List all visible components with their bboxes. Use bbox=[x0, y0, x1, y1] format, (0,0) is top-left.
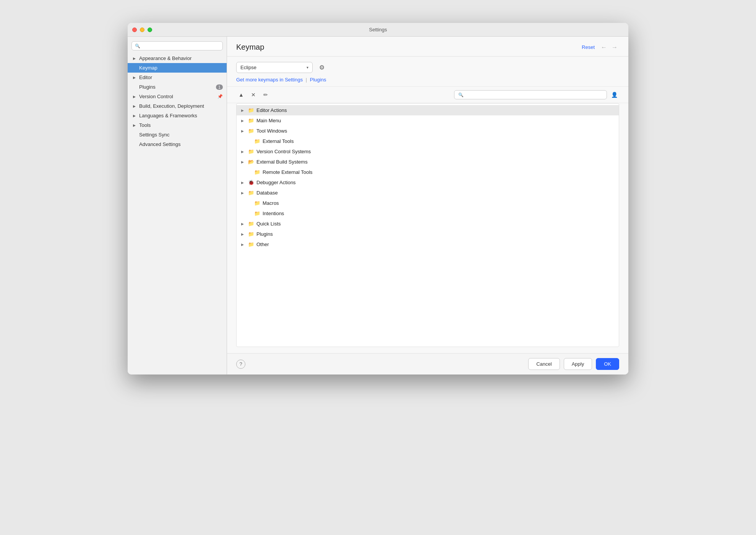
tree-row-editor-actions[interactable]: ▶ 📁 Editor Actions bbox=[237, 105, 619, 115]
footer: ? Cancel Apply OK bbox=[227, 353, 628, 374]
sidebar-search-box[interactable]: 🔍 bbox=[131, 41, 223, 50]
tree-row-other[interactable]: ▶ 📁 Other bbox=[237, 239, 619, 250]
window-title: Settings bbox=[369, 27, 387, 32]
tree-row-debugger-actions[interactable]: ▶ 🐞 Debugger Actions bbox=[237, 177, 619, 188]
sidebar-search-icon: 🔍 bbox=[135, 44, 140, 49]
chevron-icon: ▶ bbox=[241, 243, 247, 246]
chevron-icon: ▶ bbox=[133, 76, 138, 79]
tree-item-label: External Tools bbox=[263, 138, 614, 144]
tree-row-version-control-systems[interactable]: ▶ 📁 Version Control Systems bbox=[237, 146, 619, 157]
folder-special-icon: 📂 bbox=[248, 159, 255, 165]
tree-row-main-menu[interactable]: ▶ 📁 Main Menu bbox=[237, 115, 619, 126]
keymap-selected-value: Eclipse bbox=[240, 65, 304, 70]
sidebar-item-settings-sync[interactable]: ▶ Settings Sync bbox=[128, 130, 227, 139]
folder-icon: 📁 bbox=[254, 211, 261, 216]
sidebar-item-version-control[interactable]: ▶ Version Control 📌 bbox=[128, 92, 227, 101]
sidebar-item-editor[interactable]: ▶ Editor bbox=[128, 73, 227, 82]
chevron-icon: ▶ bbox=[241, 109, 247, 112]
tree-item-label: Intentions bbox=[263, 211, 614, 216]
tree-row-macros[interactable]: ▶ 📁 Macros bbox=[237, 198, 619, 208]
dropdown-arrow-icon: ▾ bbox=[307, 65, 308, 70]
sidebar-item-label: Editor bbox=[139, 75, 223, 80]
tree-row-external-tools[interactable]: ▶ 📁 External Tools bbox=[237, 136, 619, 146]
chevron-icon: ▶ bbox=[133, 95, 138, 99]
tree-item-label: Macros bbox=[263, 200, 614, 206]
sidebar-item-label: Version Control bbox=[139, 94, 214, 99]
sidebar-item-plugins[interactable]: ▶ Plugins 1 bbox=[128, 82, 227, 92]
tree-item-label: Database bbox=[256, 190, 614, 196]
tree-item-label: Remote External Tools bbox=[263, 169, 614, 175]
folder-icon: 📁 bbox=[254, 200, 261, 206]
expand-all-button[interactable]: ▲ bbox=[236, 90, 246, 100]
chevron-icon: ▶ bbox=[241, 119, 247, 123]
keymap-dropdown[interactable]: Eclipse ▾ bbox=[236, 62, 313, 73]
tree-row-remote-external-tools[interactable]: ▶ 📁 Remote External Tools bbox=[237, 167, 619, 177]
folder-icon: 📁 bbox=[248, 242, 255, 247]
plugins-link[interactable]: Plugins bbox=[310, 77, 326, 83]
person-icon: 👤 bbox=[611, 92, 618, 98]
help-button[interactable]: ? bbox=[236, 360, 245, 369]
collapse-all-button[interactable]: ✕ bbox=[248, 90, 258, 100]
folder-icon: 📁 bbox=[248, 128, 255, 134]
forward-arrow[interactable]: → bbox=[610, 43, 619, 52]
sidebar-item-build-execution[interactable]: ▶ Build, Execution, Deployment bbox=[128, 101, 227, 111]
reset-button[interactable]: Reset bbox=[582, 44, 595, 50]
tree-row-external-build-systems[interactable]: ▶ 📂 External Build Systems bbox=[237, 157, 619, 167]
minimize-button[interactable] bbox=[140, 28, 144, 32]
tree-search-icon: 🔍 bbox=[458, 92, 464, 97]
cancel-button[interactable]: Cancel bbox=[528, 358, 560, 370]
chevron-icon: ▶ bbox=[241, 232, 247, 236]
sidebar-item-appearance[interactable]: ▶ Appearance & Behavior bbox=[128, 54, 227, 63]
sidebar-item-languages[interactable]: ▶ Languages & Frameworks bbox=[128, 111, 227, 120]
tree-row-database[interactable]: ▶ 📁 Database bbox=[237, 188, 619, 198]
get-more-keymaps-link[interactable]: Get more keymaps in Settings bbox=[236, 77, 303, 83]
chevron-icon: ▶ bbox=[133, 57, 138, 60]
gear-button[interactable]: ⚙ bbox=[316, 62, 327, 73]
chevron-icon: ▶ bbox=[133, 104, 138, 108]
tree-item-label: Tool Windows bbox=[256, 128, 614, 134]
chevron-icon: ▶ bbox=[241, 129, 247, 133]
sidebar-item-label: Keymap bbox=[139, 65, 223, 71]
main-content: Keymap Reset ← → Eclipse ▾ ⚙ bbox=[227, 37, 628, 374]
tree-toolbar: ▲ ✕ ✏ 🔍 👤 bbox=[227, 87, 628, 103]
collapse-icon: ✕ bbox=[251, 92, 256, 98]
header-right: Reset ← → bbox=[582, 43, 619, 52]
edit-icon: ✏ bbox=[263, 92, 268, 98]
person-button[interactable]: 👤 bbox=[609, 90, 619, 100]
titlebar: Settings bbox=[128, 23, 628, 37]
tree-item-label: Other bbox=[256, 242, 614, 247]
maximize-button[interactable] bbox=[148, 28, 152, 32]
folder-icon: 📁 bbox=[248, 149, 255, 154]
page-title: Keymap bbox=[236, 43, 264, 52]
tree-row-intentions[interactable]: ▶ 📁 Intentions bbox=[237, 208, 619, 219]
expand-icon: ▲ bbox=[238, 92, 244, 98]
sidebar-item-label: Settings Sync bbox=[139, 132, 223, 138]
sidebar: 🔍 ▶ Appearance & Behavior ▶ Keymap ▶ Edi… bbox=[128, 37, 227, 374]
keymap-links: Get more keymaps in Settings | Plugins bbox=[236, 77, 619, 83]
tree-search-input[interactable] bbox=[465, 92, 603, 97]
tree-row-plugins[interactable]: ▶ 📁 Plugins bbox=[237, 229, 619, 239]
folder-icon: 📁 bbox=[254, 138, 261, 144]
tree-row-tool-windows[interactable]: ▶ 📁 Tool Windows bbox=[237, 126, 619, 136]
tree-row-quick-lists[interactable]: ▶ 📁 Quick Lists bbox=[237, 219, 619, 229]
main-header: Keymap Reset ← → bbox=[227, 37, 628, 57]
chevron-icon: ▶ bbox=[241, 222, 247, 226]
ok-button[interactable]: OK bbox=[596, 358, 619, 370]
folder-icon: 📁 bbox=[248, 118, 255, 123]
nav-arrows: ← → bbox=[599, 43, 619, 52]
tree-item-label: Quick Lists bbox=[256, 221, 614, 227]
sidebar-item-label: Languages & Frameworks bbox=[139, 113, 223, 118]
apply-button[interactable]: Apply bbox=[564, 358, 592, 370]
tree-item-label: Editor Actions bbox=[256, 107, 614, 113]
edit-button[interactable]: ✏ bbox=[261, 90, 271, 100]
sidebar-item-advanced-settings[interactable]: ▶ Advanced Settings bbox=[128, 139, 227, 149]
tree-search-box[interactable]: 🔍 bbox=[454, 90, 607, 99]
sidebar-item-keymap[interactable]: ▶ Keymap bbox=[128, 63, 227, 73]
close-button[interactable] bbox=[132, 28, 137, 32]
folder-icon: 📁 bbox=[254, 169, 261, 175]
back-arrow[interactable]: ← bbox=[599, 43, 608, 52]
sidebar-item-tools[interactable]: ▶ Tools bbox=[128, 120, 227, 130]
tree-item-label: Main Menu bbox=[256, 118, 614, 123]
keymap-tree: ▶ 📁 Editor Actions ▶ 📁 Main Menu ▶ 📁 Too… bbox=[236, 103, 619, 347]
sidebar-search-input[interactable] bbox=[142, 43, 219, 49]
